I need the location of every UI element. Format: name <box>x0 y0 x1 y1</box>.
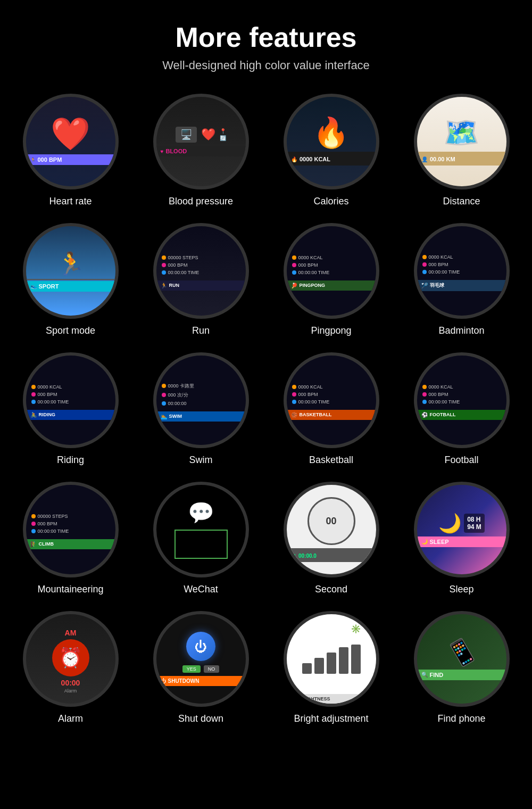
football-stats: 0000 KCAL 000 BPM 00:00:00 TIME <box>417 381 506 410</box>
sleep-bar: 🌙 SLEEP <box>417 536 506 547</box>
watch-screen-blood-pressure: 🖥️ ❤️ 📍🔄 ♥ BLOOD <box>153 94 249 189</box>
riding-stats: 0000 KCAL 000 BPM 00:00:00 TIME <box>26 381 115 410</box>
watch-screen-riding: 0000 KCAL 000 BPM 00:00:00 TIME 🚴 RIDING <box>23 352 119 448</box>
sleep-time-box: 08 H 94 M <box>464 514 485 533</box>
brightness-bar-5 <box>351 645 361 674</box>
watch-screen-heart-rate: ❤️ 🏃 000 BPM <box>23 94 119 189</box>
watch-screen-pingpong: 0000 KCAL 000 BPM 00:00:00 TIME 🏓 PINGPO… <box>284 223 379 319</box>
features-grid: ❤️ 🏃 000 BPM Heart rate 🖥️ ❤️ 📍🔄 ♥ BLOOD <box>11 94 521 724</box>
feature-sleep: 🌙 08 H 94 M 🌙 SLEEP Sleep <box>402 482 521 595</box>
sleep-minutes: 94 M <box>467 523 481 531</box>
watch-screen-calories: 🔥 🔥 0000 KCAL <box>284 94 379 189</box>
basketball-label: BASKETBALL <box>300 412 332 417</box>
alarm-time: 00:00 <box>61 679 80 687</box>
bp-extra-icons: 📍🔄 <box>220 128 226 141</box>
watch-screen-swim: 0000 卡路里 000 次/分 00:00:00 🏊 SWIM <box>153 352 249 448</box>
alarm-circle-icon: ⏰ <box>52 639 89 676</box>
pingpong-stats: 0000 KCAL 000 BPM 00:00:00 TIME <box>287 252 376 280</box>
alarm-label: Alarm <box>64 688 77 694</box>
sleep-label: SLEEP <box>430 539 449 545</box>
sun-icon: ✳️ <box>351 624 361 634</box>
shutdown-label: SHUTDOWN <box>168 678 200 684</box>
feature-label-riding: Riding <box>57 455 84 466</box>
page-title: More features <box>11 21 521 53</box>
badminton-label: 羽毛球 <box>430 282 444 289</box>
cal-bar: 🔥 0000 KCAL <box>287 152 376 166</box>
feature-blood-pressure: 🖥️ ❤️ 📍🔄 ♥ BLOOD Blood pressure <box>141 94 261 207</box>
page-container: More features Well-designed high color v… <box>11 21 521 724</box>
shutdown-bar: ⏻ SHUTDOWN <box>156 676 246 686</box>
feature-calories: 🔥 🔥 0000 KCAL Calories <box>271 94 391 207</box>
feature-label-pingpong: Pingpong <box>311 325 351 336</box>
feature-find-phone: 📱 🔍 FIND Find phone <box>402 611 521 724</box>
feature-label-swim: Swim <box>189 455 213 466</box>
watch-screen-second: 00 ⏱ 00:00.0 <box>284 482 379 577</box>
hr-bar: 🏃 000 BPM <box>26 154 115 165</box>
feature-label-mountaineering: Mountaineering <box>37 584 103 595</box>
badminton-stats: 0000 KCAL 000 BPM 00:00:00 TIME <box>417 251 506 280</box>
find-label: FIND <box>430 672 444 678</box>
power-icon: ⏻ <box>186 632 215 661</box>
football-label: FOOTBALL <box>430 412 456 417</box>
riding-label: RIDING <box>39 412 56 417</box>
watch-screen-brightness: ✳️ 📊 BRIGHTNESS <box>284 611 379 707</box>
climb-label: CLIMB <box>39 541 54 547</box>
feature-brightness: ✳️ 📊 BRIGHTNESS Bright adjustment <box>271 611 391 724</box>
badminton-bar: 🏸 羽毛球 <box>417 280 506 291</box>
swim-stats: 0000 卡路里 000 次/分 00:00:00 <box>156 379 246 411</box>
watch-screen-run: 00000 STEPS 000 BPM 00:00:00 TIME 🏃 RUN <box>153 223 249 319</box>
find-bar: 🔍 FIND <box>417 670 506 680</box>
watch-screen-badminton: 0000 KCAL 000 BPM 00:00:00 TIME 🏸 羽毛球 <box>414 223 510 319</box>
feature-label-basketball: Basketball <box>309 455 353 466</box>
climb-stats: 00000 STEPS 000 BPM 00:00:00 TIME <box>26 510 115 539</box>
feature-alarm: AM ⏰ 00:00 Alarm Alarm <box>11 611 130 724</box>
swim-bar: 🏊 SWIM <box>156 411 246 422</box>
feature-mountaineering: 00000 STEPS 000 BPM 00:00:00 TIME 🧗 CLIM… <box>11 482 130 595</box>
feature-label-heart-rate: Heart rate <box>49 196 92 207</box>
wechat-logo-icon: 💬 <box>188 500 214 525</box>
phone-icon: 📱 <box>442 632 481 672</box>
feature-football: 0000 KCAL 000 BPM 00:00:00 TIME ⚽ FOOTBA… <box>402 352 521 466</box>
feature-label-calories: Calories <box>313 196 348 207</box>
sport-label: SPORT <box>39 283 59 290</box>
feature-distance: 🗺️ 👤 00.00 KM Distance <box>402 94 521 207</box>
shutdown-yes-no: YES NO <box>182 665 220 673</box>
brightness-label: BRIGHTNESS <box>299 696 330 701</box>
feature-label-brightness: Bright adjustment <box>294 713 368 724</box>
run-label: RUN <box>169 283 180 288</box>
watch-screen-football: 0000 KCAL 000 BPM 00:00:00 TIME ⚽ FOOTBA… <box>414 352 510 448</box>
watch-screen-basketball: 0000 KCAL 000 BPM 00:00:00 TIME 🏀 BASKET… <box>284 352 379 448</box>
watch-screen-mountaineering: 00000 STEPS 000 BPM 00:00:00 TIME 🧗 CLIM… <box>23 482 119 577</box>
sleep-content: 🌙 08 H 94 M <box>438 513 485 534</box>
basketball-bar: 🏀 BASKETBALL <box>287 410 376 420</box>
page-header: More features Well-designed high color v… <box>11 21 521 72</box>
feature-label-distance: Distance <box>443 196 480 207</box>
feature-shutdown: ⏻ YES NO ⏻ SHUTDOWN Shut down <box>141 611 261 724</box>
brightness-bar-4 <box>339 647 348 674</box>
feature-label-sport: Sport mode <box>46 325 95 336</box>
pingpong-bar: 🏓 PINGPONG <box>287 280 376 291</box>
feature-label-sleep: Sleep <box>449 584 473 595</box>
cal-value: 0000 KCAL <box>300 156 330 162</box>
dist-bar: 👤 00.00 KM <box>417 152 506 166</box>
brightness-bars <box>302 642 361 674</box>
alarm-clock-icon: AM <box>65 629 77 637</box>
feature-badminton: 0000 KCAL 000 BPM 00:00:00 TIME 🏸 羽毛球 Ba… <box>402 223 521 336</box>
watch-screen-sport: 🏃 👟 SPORT <box>23 223 119 319</box>
feature-heart-rate: ❤️ 🏃 000 BPM Heart rate <box>11 94 130 207</box>
feature-label-second: Second <box>315 584 347 595</box>
feature-label-wechat: WeChat <box>184 584 218 595</box>
feature-label-alarm: Alarm <box>58 713 83 724</box>
run-bar: 🏃 RUN <box>156 280 246 291</box>
sleep-hours: 08 H <box>467 516 481 523</box>
bp-monitor-icon: 🖥️ <box>176 127 197 143</box>
swim-label: SWIM <box>169 414 182 419</box>
sport-bar: 👟 SPORT <box>26 281 115 292</box>
feature-label-find-phone: Find phone <box>437 713 485 724</box>
run-stats: 00000 STEPS 000 BPM 00:00:00 TIME <box>156 252 246 280</box>
heart-icon: ❤️ <box>51 118 90 150</box>
watch-screen-wechat: 💬 <box>153 482 249 577</box>
flame-icon: 🔥 <box>313 118 350 147</box>
bp-heart-icon: ❤️ <box>201 128 215 142</box>
feature-basketball: 0000 KCAL 000 BPM 00:00:00 TIME 🏀 BASKET… <box>271 352 391 466</box>
